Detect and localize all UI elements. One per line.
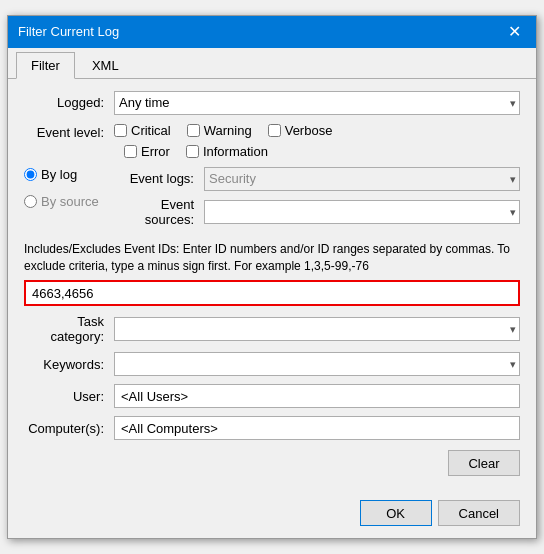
radio-by-log[interactable]: By log [24,167,104,182]
ok-button[interactable]: OK [360,500,432,526]
checkbox-error-input[interactable] [124,145,137,158]
checkbox-critical-label: Critical [131,123,171,138]
cancel-button[interactable]: Cancel [438,500,520,526]
event-level-row: Event level: Critical Warning Verbose [24,123,520,142]
event-id-input[interactable] [24,280,520,306]
radio-by-log-label: By log [41,167,77,182]
radio-by-log-input[interactable] [24,168,37,181]
bottom-buttons: OK Cancel [8,492,536,538]
radio-col: By log By source [24,167,114,233]
tab-filter[interactable]: Filter [16,52,75,79]
radio-by-source-label: By source [41,194,99,209]
user-row: User: [24,384,520,408]
checkbox-critical-input[interactable] [114,124,127,137]
radio-section: By log By source Event logs: Security [24,167,520,233]
event-logs-select-wrapper: Security [204,167,520,191]
logged-row: Logged: Any time [24,91,520,115]
task-category-label: Task category: [24,314,114,344]
event-sources-select-wrapper [204,200,520,224]
checkbox-verbose-input[interactable] [268,124,281,137]
radio-fields: Event logs: Security Event sources: [114,167,520,233]
tab-xml[interactable]: XML [77,52,134,78]
checkbox-warning-label: Warning [204,123,252,138]
checkbox-warning[interactable]: Warning [187,123,252,138]
checkbox-verbose-label: Verbose [285,123,333,138]
user-input[interactable] [114,384,520,408]
event-sources-row: Event sources: [114,197,520,227]
tab-bar: Filter XML [8,48,536,79]
event-logs-row: Event logs: Security [114,167,520,191]
title-bar: Filter Current Log ✕ [8,16,536,48]
radio-by-source[interactable]: By source [24,194,104,209]
keywords-select[interactable] [114,352,520,376]
checkbox-verbose[interactable]: Verbose [268,123,333,138]
keywords-select-wrapper [114,352,520,376]
event-level-checkboxes-row2: Error Information [124,144,520,159]
checkbox-information-label: Information [203,144,268,159]
clear-button[interactable]: Clear [448,450,520,476]
checkbox-error[interactable]: Error [124,144,170,159]
checkbox-warning-input[interactable] [187,124,200,137]
computer-label: Computer(s): [24,421,114,436]
content-area: Logged: Any time Event level: Critical W… [8,79,536,493]
checkbox-information-input[interactable] [186,145,199,158]
dialog-window: Filter Current Log ✕ Filter XML Logged: … [7,15,537,540]
logged-select-wrapper: Any time [114,91,520,115]
close-button[interactable]: ✕ [502,20,526,44]
event-sources-select[interactable] [204,200,520,224]
task-category-select[interactable] [114,317,520,341]
user-label: User: [24,389,114,404]
task-category-row: Task category: [24,314,520,344]
event-id-row [24,280,520,306]
checkbox-error-label: Error [141,144,170,159]
computer-row: Computer(s): [24,416,520,440]
keywords-row: Keywords: [24,352,520,376]
dialog-title: Filter Current Log [18,24,119,39]
event-level-label: Event level: [24,125,114,140]
logged-label: Logged: [24,95,114,110]
event-level-checkboxes-row1: Critical Warning Verbose [114,123,520,138]
keywords-label: Keywords: [24,357,114,372]
checkbox-information[interactable]: Information [186,144,268,159]
radio-by-source-input[interactable] [24,195,37,208]
event-sources-label: Event sources: [114,197,204,227]
checkbox-critical[interactable]: Critical [114,123,171,138]
computer-input[interactable] [114,416,520,440]
logged-select[interactable]: Any time [114,91,520,115]
description-text: Includes/Excludes Event IDs: Enter ID nu… [24,241,520,275]
task-category-select-wrapper [114,317,520,341]
event-logs-select[interactable]: Security [204,167,520,191]
event-logs-label: Event logs: [114,171,204,186]
clear-button-row: Clear [24,450,520,476]
